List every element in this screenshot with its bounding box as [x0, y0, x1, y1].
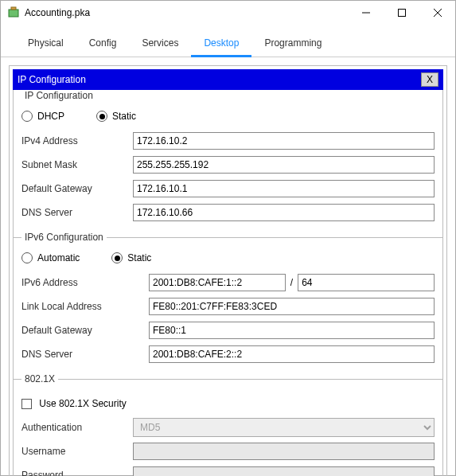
svg-rect-1	[11, 7, 16, 10]
ipv4-legend: IP Configuration	[21, 90, 96, 101]
tab-services[interactable]: Services	[129, 33, 191, 57]
ipv6-static-radio[interactable]: Static	[111, 252, 151, 263]
ipv6-auto-radio[interactable]: Automatic	[21, 252, 80, 263]
svg-rect-3	[398, 10, 405, 17]
ip-config-header: IP Configuration X	[13, 69, 443, 90]
app-icon	[7, 6, 20, 19]
checkbox-icon	[21, 399, 32, 409]
ipv6-ll-input[interactable]	[149, 298, 435, 315]
dot1x-use-label: Use 802.1X Security	[39, 398, 126, 409]
ipv6-legend: IPv6 Configuration	[21, 232, 107, 243]
tab-physical[interactable]: Physical	[15, 33, 76, 57]
dot1x-user-input	[133, 443, 435, 460]
dot1x-group: 802.1X Use 802.1X Security Authenticatio…	[14, 373, 442, 476]
ipv4-dhcp-radio[interactable]: DHCP	[21, 111, 64, 122]
tab-config[interactable]: Config	[76, 33, 130, 57]
close-app-button[interactable]: X	[421, 72, 438, 87]
ipv6-addr-input[interactable]	[149, 274, 286, 291]
svg-rect-0	[9, 10, 18, 17]
tab-bar: Physical Config Services Desktop Program…	[1, 28, 455, 57]
ipv6-group: IPv6 Configuration Automatic Static IPv6…	[14, 232, 442, 373]
ipv6-static-label: Static	[127, 252, 151, 263]
ipv4-gw-label: Default Gateway	[21, 183, 133, 194]
ipv6-prefix-input[interactable]	[298, 274, 435, 291]
ipv4-mask-input[interactable]	[133, 156, 435, 174]
window-title: Accounting.pka	[25, 7, 348, 18]
content-wrap: IP Configuration X IP Configuration DHCP…	[1, 57, 455, 476]
config-stack: IP Configuration DHCP Static IPv4 Addres…	[13, 90, 443, 476]
radio-icon	[111, 252, 123, 263]
prefix-separator: /	[286, 277, 298, 288]
ipv4-addr-input[interactable]	[133, 132, 435, 150]
ipv6-dns-input[interactable]	[149, 345, 435, 363]
tab-desktop[interactable]: Desktop	[191, 33, 251, 57]
dot1x-auth-label: Authentication	[21, 422, 133, 433]
ipv4-gw-input[interactable]	[133, 180, 435, 197]
ipv6-gw-input[interactable]	[149, 322, 435, 339]
ipv6-dns-label: DNS Server	[21, 349, 149, 360]
dot1x-use-checkbox[interactable]: Use 802.1X Security	[21, 398, 127, 409]
ipv4-static-radio[interactable]: Static	[96, 111, 136, 122]
content-pane[interactable]: IP Configuration X IP Configuration DHCP…	[9, 65, 447, 476]
ipv4-group: IP Configuration DHCP Static IPv4 Addres…	[14, 90, 442, 232]
radio-icon	[96, 111, 107, 122]
dot1x-pass-label: Password	[21, 470, 133, 476]
ip-config-title: IP Configuration	[18, 74, 421, 85]
maximize-button[interactable]	[384, 1, 419, 25]
ipv6-addr-label: IPv6 Address	[21, 277, 149, 288]
radio-icon	[21, 252, 33, 263]
ipv4-dns-input[interactable]	[133, 204, 435, 221]
ipv6-gw-label: Default Gateway	[21, 325, 149, 336]
ipv4-dns-label: DNS Server	[21, 207, 133, 218]
minimize-button[interactable]	[348, 1, 384, 25]
ipv4-addr-label: IPv4 Address	[21, 135, 133, 146]
radio-icon	[21, 111, 33, 122]
dot1x-user-label: Username	[21, 446, 133, 457]
ipv4-static-label: Static	[112, 111, 136, 122]
ipv4-mask-label: Subnet Mask	[21, 159, 133, 170]
tab-programming[interactable]: Programming	[251, 33, 334, 57]
ipv6-auto-label: Automatic	[37, 252, 80, 263]
close-window-button[interactable]	[419, 1, 455, 25]
dot1x-legend: 802.1X	[21, 373, 58, 384]
dot1x-auth-select: MD5	[133, 418, 435, 437]
ipv6-ll-label: Link Local Address	[21, 301, 149, 312]
ipv4-dhcp-label: DHCP	[37, 111, 64, 122]
app-window: Accounting.pka Physical Config Services …	[0, 0, 456, 476]
titlebar: Accounting.pka	[1, 1, 455, 25]
dot1x-pass-input	[133, 466, 435, 476]
